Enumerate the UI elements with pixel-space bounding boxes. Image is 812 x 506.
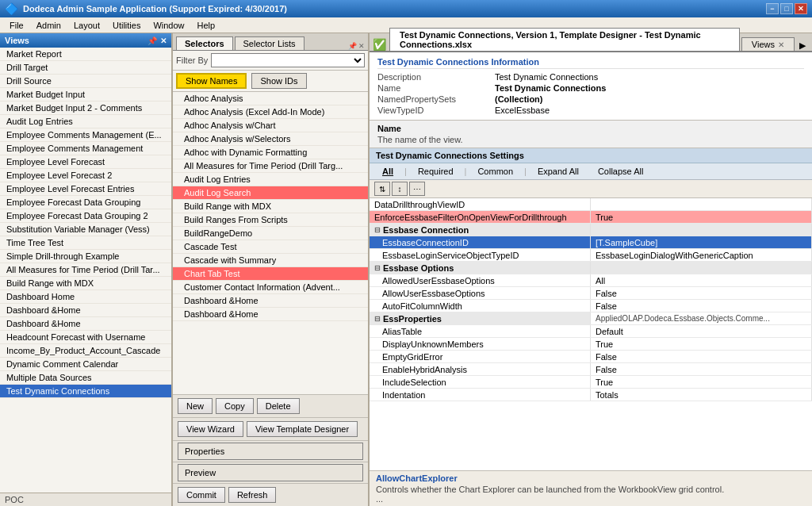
- sort-desc-button[interactable]: ↕: [392, 182, 408, 196]
- settings-tab-expand[interactable]: Expand All: [530, 165, 587, 178]
- list-item[interactable]: Dashboard &Home: [0, 317, 171, 331]
- list-item[interactable]: Customer Contact Information (Advent...: [173, 281, 368, 294]
- filter-combo[interactable]: [211, 53, 365, 67]
- list-item[interactable]: Build Ranges From Scripts: [173, 213, 368, 227]
- expand-icon2[interactable]: ⊟: [374, 264, 381, 272]
- list-item[interactable]: Market Budget Input 2 - Comments: [0, 102, 171, 115]
- list-item[interactable]: Drill Source: [0, 75, 171, 88]
- list-item[interactable]: Build Range with MDX: [173, 200, 368, 213]
- list-item[interactable]: All Measures for Time Period (Drill Tar.…: [0, 263, 171, 277]
- list-item[interactable]: Dashboard &Home: [0, 304, 171, 317]
- list-item[interactable]: Employee Forecast Data Grouping 2: [0, 209, 171, 223]
- left-panel: Views 📌 ✕ Market Report Drill Target Dri…: [0, 33, 173, 506]
- show-names-button[interactable]: Show Names: [176, 73, 247, 89]
- menu-admin[interactable]: Admin: [30, 19, 67, 32]
- list-item[interactable]: Dashboard Home: [0, 290, 171, 304]
- settings-cell-value[interactable]: Default: [591, 325, 812, 337]
- center-panel-close[interactable]: ✕: [358, 42, 365, 50]
- list-item[interactable]: Dashboard &Home: [173, 308, 368, 321]
- list-item[interactable]: Drill Target: [0, 61, 171, 75]
- view-wizard-button[interactable]: View Wizard: [178, 421, 243, 437]
- list-item[interactable]: Employee Level Forecast Entries: [0, 182, 171, 196]
- settings-cell-value[interactable]: True: [591, 376, 812, 388]
- tab-selectors[interactable]: Selectors: [176, 36, 233, 50]
- list-item[interactable]: Adhoc Analysis w/Selectors: [173, 132, 368, 146]
- list-item[interactable]: Adhoc Analysis w/Chart: [173, 119, 368, 132]
- settings-cell-value[interactable]: All: [591, 274, 812, 286]
- list-item[interactable]: Substitution Variable Manager (Vess): [0, 223, 171, 236]
- settings-cell-value[interactable]: Totals: [591, 389, 812, 401]
- settings-cell-value[interactable]: False: [591, 300, 812, 312]
- settings-cell-value[interactable]: EssbaseLoginDialogWithGenericCaption: [591, 249, 812, 261]
- settings-cell-value-selected[interactable]: [T.SampleCube]: [591, 236, 812, 248]
- views-tab-close[interactable]: ✕: [778, 40, 784, 49]
- list-item[interactable]: Simple Drill-through Example: [0, 250, 171, 263]
- list-item[interactable]: Time Tree Test: [0, 236, 171, 250]
- list-item-highlighted2[interactable]: Chart Tab Test: [173, 267, 368, 281]
- list-item[interactable]: Market Budget Input: [0, 88, 171, 102]
- list-item[interactable]: BuildRangeDemo: [173, 227, 368, 240]
- tab-views[interactable]: Views ✕: [741, 37, 795, 51]
- list-item[interactable]: Adhoc with Dynamic Formatting: [173, 146, 368, 159]
- menu-utilities[interactable]: Utilities: [106, 19, 147, 32]
- copy-button[interactable]: Copy: [216, 398, 254, 414]
- close-button[interactable]: ✕: [795, 3, 807, 14]
- tab-arrow-btn[interactable]: ▶: [796, 40, 809, 51]
- list-item[interactable]: Multiple Data Sources: [0, 371, 171, 385]
- settings-cell-value[interactable]: False: [591, 287, 812, 299]
- list-item[interactable]: Employee Level Forecast: [0, 155, 171, 169]
- list-item[interactable]: Dynamic Comment Calendar: [0, 358, 171, 371]
- list-item[interactable]: Headcount Forecast with Username: [0, 331, 171, 344]
- list-item-highlighted[interactable]: Audit Log Search: [173, 186, 368, 200]
- list-item[interactable]: Market Report: [0, 48, 171, 61]
- maximize-button[interactable]: □: [780, 3, 793, 14]
- list-item-selected[interactable]: Test Dynamic Connections: [0, 385, 171, 398]
- minimize-button[interactable]: −: [766, 3, 779, 14]
- settings-cell-value[interactable]: True: [591, 338, 812, 350]
- preview-section-button[interactable]: Preview: [178, 464, 363, 481]
- properties-section-button[interactable]: Properties: [178, 443, 363, 460]
- list-item[interactable]: Build Range with MDX: [0, 277, 171, 290]
- tab-selector-lists[interactable]: Selector Lists: [235, 36, 304, 50]
- list-item[interactable]: Cascade Test: [173, 240, 368, 254]
- settings-cell-label-selected[interactable]: EssbaseConnectionID: [370, 236, 591, 248]
- expand-icon3[interactable]: ⊟: [374, 315, 381, 323]
- settings-cell-value[interactable]: [591, 198, 812, 210]
- center-panel-pin[interactable]: 📌: [348, 42, 357, 50]
- list-item[interactable]: Employee Level Forecast 2: [0, 169, 171, 182]
- commit-button[interactable]: Commit: [178, 487, 225, 503]
- tab-test-dynamic[interactable]: Test Dynamic Connections, Version 1, Tem…: [389, 28, 740, 51]
- settings-cell-value[interactable]: False: [591, 351, 812, 362]
- left-panel-close[interactable]: ✕: [160, 36, 167, 45]
- list-item[interactable]: Adhoc Analysis: [173, 92, 368, 105]
- menu-window[interactable]: Window: [147, 19, 190, 32]
- list-item[interactable]: Income_By_Product_Account_Cascade: [0, 344, 171, 358]
- menu-layout[interactable]: Layout: [67, 19, 106, 32]
- settings-cell-value-highlighted[interactable]: True: [591, 211, 812, 223]
- settings-cell-value[interactable]: False: [591, 363, 812, 375]
- settings-options-button[interactable]: ⋯: [409, 182, 425, 196]
- settings-tab-common[interactable]: Common: [469, 165, 521, 178]
- list-item[interactable]: Cascade with Summary: [173, 254, 368, 267]
- settings-tab-collapse[interactable]: Collapse All: [590, 165, 651, 178]
- settings-tab-all[interactable]: All: [374, 165, 401, 178]
- menu-help[interactable]: Help: [191, 19, 222, 32]
- expand-icon[interactable]: ⊟: [374, 226, 381, 234]
- list-item[interactable]: Audit Log Entries: [0, 115, 171, 128]
- pin-button[interactable]: 📌: [147, 36, 157, 45]
- list-item[interactable]: Employee Comments Management (E...: [0, 128, 171, 142]
- refresh-button[interactable]: Refresh: [228, 487, 277, 503]
- settings-tab-required[interactable]: Required: [410, 165, 462, 178]
- list-item[interactable]: Employee Comments Management: [0, 142, 171, 155]
- list-item[interactable]: All Measures for Time Period (Drill Targ…: [173, 159, 368, 173]
- show-ids-button[interactable]: Show IDs: [251, 73, 306, 89]
- delete-button[interactable]: Delete: [257, 398, 300, 414]
- menu-file[interactable]: File: [3, 19, 30, 32]
- list-item[interactable]: Dashboard &Home: [173, 294, 368, 308]
- view-template-designer-button[interactable]: View Template Designer: [247, 421, 358, 437]
- sort-asc-button[interactable]: ⇅: [374, 182, 390, 196]
- new-button[interactable]: New: [178, 398, 213, 414]
- list-item[interactable]: Adhoc Analysis (Excel Add-In Mode): [173, 105, 368, 119]
- list-item[interactable]: Audit Log Entries: [173, 173, 368, 186]
- list-item[interactable]: Employee Forecast Data Grouping: [0, 196, 171, 209]
